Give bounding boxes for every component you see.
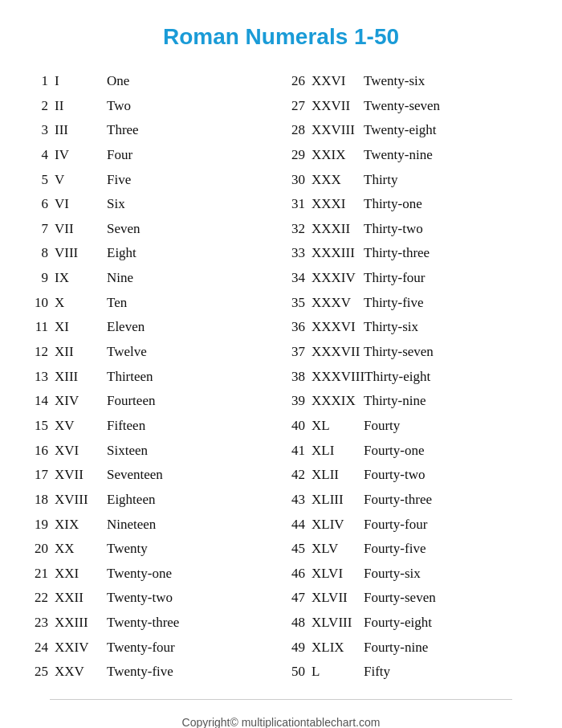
english-word: Thirty: [364, 170, 398, 190]
number: 41: [281, 441, 305, 461]
english-word: Two: [107, 96, 131, 117]
english-word: Nineteen: [107, 515, 156, 535]
number: 20: [24, 539, 48, 559]
roman-numeral: XLVII: [312, 588, 364, 608]
number: 34: [281, 268, 305, 288]
english-word: Twenty-seven: [364, 96, 440, 117]
english-word: Eleven: [107, 317, 145, 337]
roman-numeral: VI: [55, 194, 107, 215]
english-word: Twelve: [107, 342, 147, 362]
number: 35: [281, 293, 305, 313]
roman-numeral: XI: [55, 317, 107, 337]
roman-numeral: XXVIII: [312, 121, 364, 141]
table-row: 30XXXThirty: [281, 168, 538, 193]
number: 23: [24, 613, 48, 633]
english-word: Fourty-seven: [364, 588, 436, 608]
english-word: Thirty-eight: [364, 367, 430, 387]
table-row: 39XXXIXThirty-nine: [281, 389, 538, 414]
number: 21: [24, 564, 48, 584]
english-word: Fourty-nine: [364, 638, 428, 658]
number: 46: [281, 564, 305, 584]
roman-numeral: XLIV: [312, 515, 364, 535]
number: 39: [281, 391, 305, 411]
table-row: 3IIIThree: [24, 118, 281, 143]
number: 24: [24, 638, 48, 658]
table-row: 10XTen: [24, 291, 281, 316]
number: 3: [24, 121, 48, 141]
english-word: Fourteen: [107, 391, 155, 411]
english-word: Twenty-two: [107, 588, 173, 608]
table-row: 15XVFifteen: [24, 414, 281, 439]
roman-numeral: XII: [55, 342, 107, 362]
number: 2: [24, 96, 48, 117]
table-row: 22XXIITwenty-two: [24, 586, 281, 611]
number: 45: [281, 539, 305, 559]
number: 25: [24, 662, 48, 682]
table-row: 41XLIFourty-one: [281, 439, 538, 464]
roman-numeral: XLIX: [312, 638, 364, 658]
english-word: Twenty-eight: [364, 121, 436, 141]
roman-numeral: XXXII: [312, 219, 364, 239]
page-container: Roman Numerals 1-50 1IOne2IITwo3IIIThree…: [0, 0, 562, 728]
table-row: 11XIEleven: [24, 315, 281, 340]
table-row: 49XLIXFourty-nine: [281, 636, 538, 661]
table-row: 13XIIIThirteen: [24, 365, 281, 390]
english-word: Fourty-three: [364, 490, 432, 510]
number: 6: [24, 194, 48, 215]
roman-numeral: XXXVII: [312, 342, 364, 362]
english-word: Ten: [107, 293, 127, 313]
roman-numeral: X: [55, 293, 107, 313]
roman-numeral: V: [55, 170, 107, 190]
english-word: Thirty-five: [364, 293, 424, 313]
footer-text: Copyright© multiplicationtablechart.com: [182, 716, 381, 728]
table-row: 35XXXVThirty-five: [281, 291, 538, 316]
number: 42: [281, 465, 305, 485]
roman-numeral: XLV: [312, 539, 364, 559]
table-row: 50LFifty: [281, 660, 538, 685]
table-row: 34XXXIVThirty-four: [281, 266, 538, 291]
number: 9: [24, 268, 48, 288]
roman-numeral: L: [312, 662, 364, 682]
english-word: Fourty-four: [364, 515, 427, 535]
table-row: 29XXIXTwenty-nine: [281, 143, 538, 168]
roman-numeral: XXIV: [55, 638, 107, 658]
roman-numeral: II: [55, 96, 107, 117]
english-word: Fourty: [364, 416, 400, 436]
table-row: 44XLIVFourty-four: [281, 513, 538, 538]
roman-numeral: XXXIII: [312, 243, 364, 264]
roman-numeral: XLVIII: [312, 613, 364, 633]
english-word: Fourty-two: [364, 465, 426, 485]
roman-numeral: XIII: [55, 367, 107, 387]
english-word: Thirty-nine: [364, 391, 426, 411]
roman-numeral: XXXIX: [312, 391, 364, 411]
english-word: Thirty-three: [364, 243, 430, 264]
table-row: 42XLIIFourty-two: [281, 463, 538, 488]
number: 22: [24, 588, 48, 608]
table-row: 28XXVIIITwenty-eight: [281, 118, 538, 143]
table-row: 36XXXVIThirty-six: [281, 315, 538, 340]
english-word: Thirty-four: [364, 268, 425, 288]
roman-numeral: XLII: [312, 465, 364, 485]
table-row: 7VIISeven: [24, 217, 281, 242]
table-row: 37XXXVIIThirty-seven: [281, 340, 538, 365]
english-word: Seven: [107, 219, 140, 239]
table-row: 25XXVTwenty-five: [24, 660, 281, 685]
english-word: Fifty: [364, 662, 390, 682]
number: 32: [281, 219, 305, 239]
english-word: Twenty: [107, 539, 148, 559]
number: 7: [24, 219, 48, 239]
roman-numeral: XXIII: [55, 613, 107, 633]
table-row: 32XXXIIThirty-two: [281, 217, 538, 242]
table-row: 18XVIIIEighteen: [24, 488, 281, 513]
table-row: 12XIITwelve: [24, 340, 281, 365]
table-row: 9IXNine: [24, 266, 281, 291]
english-word: One: [107, 72, 129, 92]
number: 1: [24, 72, 48, 92]
roman-numeral: XV: [55, 416, 107, 436]
english-word: Six: [107, 194, 125, 215]
english-word: Thirty-two: [364, 219, 423, 239]
number: 49: [281, 638, 305, 658]
number: 44: [281, 515, 305, 535]
roman-numeral: I: [55, 72, 107, 92]
english-word: Nine: [107, 268, 133, 288]
